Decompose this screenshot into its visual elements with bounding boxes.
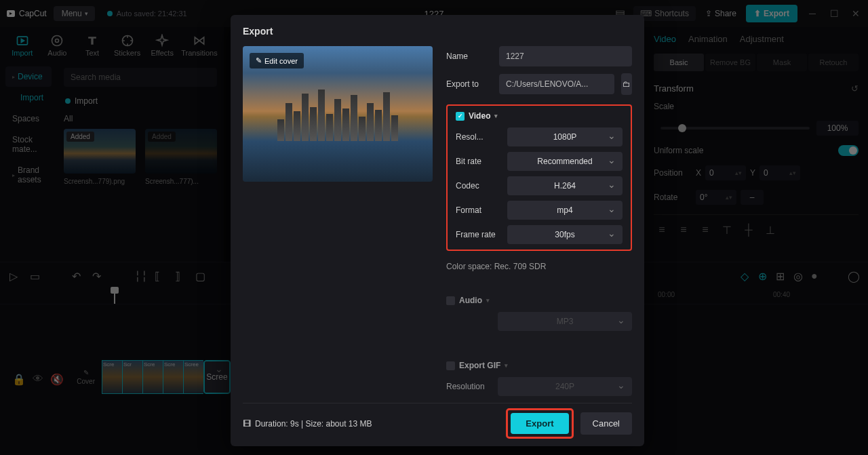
upload-icon: ⬆ <box>754 9 761 18</box>
audio-checkbox[interactable] <box>446 296 455 305</box>
subtab-basic[interactable]: Basic <box>654 54 704 71</box>
delete-icon[interactable]: ▢ <box>195 270 206 281</box>
redo-icon[interactable]: ↷ <box>92 270 103 281</box>
bitrate-select[interactable]: Recommended <box>507 152 623 171</box>
clip[interactable]: Scr <box>122 360 142 394</box>
nav-device[interactable]: ▸Device <box>5 66 52 87</box>
tool-text[interactable]: Text <box>77 31 108 60</box>
svg-point-2 <box>52 36 62 46</box>
export-preview: ✎ Edit cover <box>243 46 433 182</box>
align-center-icon[interactable]: ≡ <box>675 222 692 238</box>
tl-icon-4[interactable]: ◎ <box>793 270 804 281</box>
align-top-icon[interactable]: ⊤ <box>719 222 735 238</box>
all-label: All <box>64 114 217 123</box>
media-thumb[interactable]: Added Screensh...779).png <box>64 129 136 185</box>
nav-import[interactable]: Import <box>5 87 52 108</box>
import-chip[interactable]: Import <box>64 92 217 110</box>
nav-spaces[interactable]: Spaces <box>5 108 52 129</box>
clip-track[interactable]: Scre Scr Scre Scre Scree Scree <box>102 360 231 394</box>
clip-selected[interactable]: Scree <box>203 360 231 394</box>
mute-icon[interactable]: 🔇 <box>50 373 64 386</box>
name-input[interactable] <box>499 46 632 66</box>
tool-effects[interactable]: Effects <box>146 31 178 60</box>
exportto-input[interactable] <box>499 74 614 94</box>
tool-audio[interactable]: Audio <box>42 31 73 60</box>
nav-stock[interactable]: Stock mate... <box>5 130 52 159</box>
added-badge: Added <box>148 132 176 142</box>
reset-icon[interactable]: ↺ <box>851 83 859 94</box>
align-mid-icon[interactable]: ┼ <box>741 222 757 238</box>
trim-right-icon[interactable]: ⟧ <box>175 270 186 281</box>
tab-video[interactable]: Video <box>654 34 676 44</box>
ruler-label: 00:40 <box>773 291 790 298</box>
undo-icon[interactable]: ↶ <box>72 270 83 281</box>
codec-select[interactable]: H.264 <box>507 176 623 195</box>
tool-transitions[interactable]: Transitions <box>182 31 217 60</box>
rotate-input[interactable]: 0°▴▾ <box>696 190 736 205</box>
tl-icon-2[interactable]: ⊕ <box>758 270 769 281</box>
pointer-icon[interactable]: ▷ <box>9 270 20 281</box>
format-select[interactable]: mp4 <box>507 201 623 220</box>
gif-checkbox[interactable] <box>446 361 455 370</box>
visible-icon[interactable]: 👁 <box>33 373 43 386</box>
video-checkbox[interactable]: ✓ <box>456 112 465 121</box>
media-thumb[interactable]: Added Screensh...777)... <box>145 129 217 185</box>
nav-brand[interactable]: ▸Brand assets <box>5 160 52 190</box>
cover-button[interactable]: ✎ Cover <box>77 369 95 385</box>
tab-animation[interactable]: Animation <box>688 34 728 44</box>
scale-label: Scale <box>654 102 674 111</box>
resolution-select[interactable]: 1080P <box>507 127 623 146</box>
mic-icon[interactable]: ● <box>811 270 822 281</box>
close-icon[interactable]: ✕ <box>849 8 863 19</box>
clip[interactable]: Scre <box>163 360 183 394</box>
tl-settings-icon[interactable]: ◯ <box>848 270 859 281</box>
subtab-removebg[interactable]: Remove BG <box>705 54 755 71</box>
subtab-retouch[interactable]: Retouch <box>808 54 859 71</box>
split-icon[interactable]: ╎╎ <box>134 270 145 281</box>
clip[interactable]: Scree <box>183 360 203 394</box>
pos-y-input[interactable]: 0▴▾ <box>760 165 800 180</box>
plus-icon <box>65 98 71 104</box>
cancel-button[interactable]: Cancel <box>580 412 632 435</box>
scale-value[interactable]: 100% <box>816 121 859 136</box>
align-left-icon[interactable]: ≡ <box>654 222 670 238</box>
gif-heading: Export GIF <box>459 361 500 370</box>
playhead[interactable] <box>114 288 115 304</box>
video-settings-highlight: ✓ Video ▾ Resol... 1080P Bit rate Recomm… <box>446 104 632 251</box>
subtab-mask[interactable]: Mask <box>757 54 807 71</box>
export-button[interactable]: Export <box>511 413 568 434</box>
exportto-label: Export to <box>446 79 492 89</box>
thumb-name: Screensh...777)... <box>145 178 217 185</box>
trim-left-icon[interactable]: ⟦ <box>155 270 165 281</box>
framerate-select[interactable]: 30fps <box>507 225 623 244</box>
bitrate-label: Bit rate <box>456 157 507 166</box>
browse-folder-button[interactable]: 🗀 <box>621 73 632 95</box>
codec-label: Codec <box>456 181 507 191</box>
tab-adjustment[interactable]: Adjustment <box>740 34 784 44</box>
tl-icon-1[interactable]: ◇ <box>741 270 751 281</box>
clip[interactable]: Scre <box>142 360 163 394</box>
export-button-top[interactable]: ⬆ Export <box>746 5 797 22</box>
scale-slider[interactable] <box>660 127 810 130</box>
uniform-toggle[interactable] <box>838 145 859 156</box>
maximize-icon[interactable]: ☐ <box>827 8 841 19</box>
search-input[interactable] <box>64 68 217 87</box>
pos-x-input[interactable]: 0▴▾ <box>705 165 746 180</box>
gif-res-label: Resolution <box>446 382 498 391</box>
menu-button[interactable]: Menu▾ <box>54 6 95 21</box>
clip[interactable]: Scre <box>102 360 122 394</box>
select-icon[interactable]: ▭ <box>30 270 41 281</box>
rotate-extra[interactable]: – <box>741 190 764 205</box>
dialog-title: Export <box>243 26 632 37</box>
tool-stickers[interactable]: Stickers <box>112 31 143 60</box>
minimize-icon[interactable]: ─ <box>806 8 819 19</box>
align-right-icon[interactable]: ≡ <box>697 222 713 238</box>
align-bot-icon[interactable]: ⊥ <box>762 222 778 238</box>
lock-icon[interactable]: 🔒 <box>12 373 26 386</box>
edit-cover-button[interactable]: ✎ Edit cover <box>250 53 304 68</box>
uniform-label: Uniform scale <box>654 146 703 155</box>
tl-icon-3[interactable]: ⊞ <box>776 270 787 281</box>
film-icon: 🎞 <box>243 419 251 429</box>
share-button[interactable]: ⇪ Share <box>701 6 741 21</box>
tool-import[interactable]: Import <box>7 31 38 60</box>
